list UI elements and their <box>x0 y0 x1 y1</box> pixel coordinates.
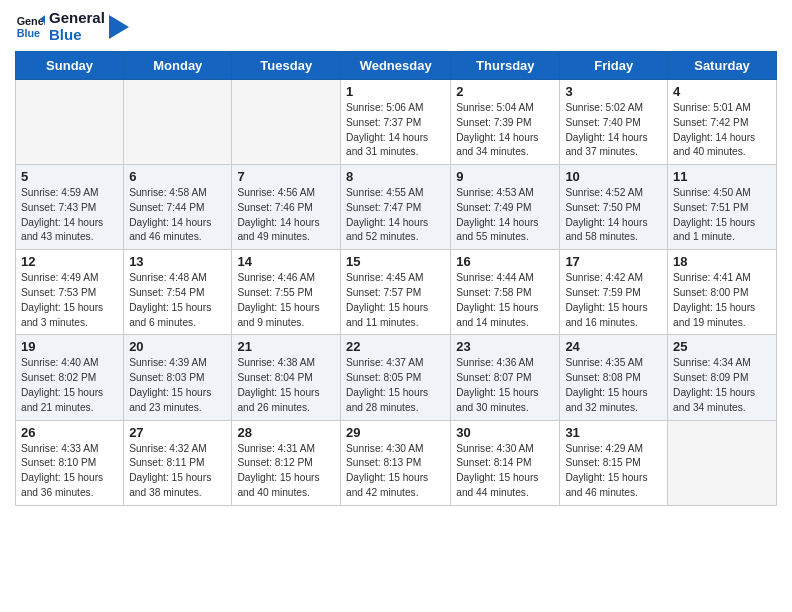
calendar-cell: 8Sunrise: 4:55 AM Sunset: 7:47 PM Daylig… <box>341 165 451 250</box>
calendar-cell: 29Sunrise: 4:30 AM Sunset: 8:13 PM Dayli… <box>341 420 451 505</box>
calendar-cell: 25Sunrise: 4:34 AM Sunset: 8:09 PM Dayli… <box>668 335 777 420</box>
day-number: 31 <box>565 425 662 440</box>
day-info: Sunrise: 4:56 AM Sunset: 7:46 PM Dayligh… <box>237 186 335 245</box>
logo-icon: General Blue <box>15 12 45 42</box>
day-number: 3 <box>565 84 662 99</box>
day-info: Sunrise: 4:50 AM Sunset: 7:51 PM Dayligh… <box>673 186 771 245</box>
calendar-cell <box>232 80 341 165</box>
day-number: 4 <box>673 84 771 99</box>
day-number: 15 <box>346 254 445 269</box>
calendar-week-row: 1Sunrise: 5:06 AM Sunset: 7:37 PM Daylig… <box>16 80 777 165</box>
calendar-cell: 15Sunrise: 4:45 AM Sunset: 7:57 PM Dayli… <box>341 250 451 335</box>
calendar-cell: 6Sunrise: 4:58 AM Sunset: 7:44 PM Daylig… <box>124 165 232 250</box>
day-number: 13 <box>129 254 226 269</box>
calendar-cell: 17Sunrise: 4:42 AM Sunset: 7:59 PM Dayli… <box>560 250 668 335</box>
day-info: Sunrise: 4:31 AM Sunset: 8:12 PM Dayligh… <box>237 442 335 501</box>
day-info: Sunrise: 4:53 AM Sunset: 7:49 PM Dayligh… <box>456 186 554 245</box>
day-info: Sunrise: 4:37 AM Sunset: 8:05 PM Dayligh… <box>346 356 445 415</box>
day-number: 30 <box>456 425 554 440</box>
calendar-cell: 19Sunrise: 4:40 AM Sunset: 8:02 PM Dayli… <box>16 335 124 420</box>
day-info: Sunrise: 4:44 AM Sunset: 7:58 PM Dayligh… <box>456 271 554 330</box>
calendar-cell: 31Sunrise: 4:29 AM Sunset: 8:15 PM Dayli… <box>560 420 668 505</box>
day-number: 21 <box>237 339 335 354</box>
day-info: Sunrise: 4:33 AM Sunset: 8:10 PM Dayligh… <box>21 442 118 501</box>
calendar-cell: 18Sunrise: 4:41 AM Sunset: 8:00 PM Dayli… <box>668 250 777 335</box>
calendar-cell: 22Sunrise: 4:37 AM Sunset: 8:05 PM Dayli… <box>341 335 451 420</box>
day-number: 12 <box>21 254 118 269</box>
calendar-cell <box>668 420 777 505</box>
calendar-cell: 26Sunrise: 4:33 AM Sunset: 8:10 PM Dayli… <box>16 420 124 505</box>
day-info: Sunrise: 4:35 AM Sunset: 8:08 PM Dayligh… <box>565 356 662 415</box>
day-number: 20 <box>129 339 226 354</box>
calendar-table: SundayMondayTuesdayWednesdayThursdayFrid… <box>15 51 777 506</box>
calendar-cell: 4Sunrise: 5:01 AM Sunset: 7:42 PM Daylig… <box>668 80 777 165</box>
day-number: 10 <box>565 169 662 184</box>
calendar-cell: 10Sunrise: 4:52 AM Sunset: 7:50 PM Dayli… <box>560 165 668 250</box>
day-info: Sunrise: 4:39 AM Sunset: 8:03 PM Dayligh… <box>129 356 226 415</box>
day-info: Sunrise: 4:52 AM Sunset: 7:50 PM Dayligh… <box>565 186 662 245</box>
day-info: Sunrise: 5:02 AM Sunset: 7:40 PM Dayligh… <box>565 101 662 160</box>
calendar-cell: 9Sunrise: 4:53 AM Sunset: 7:49 PM Daylig… <box>451 165 560 250</box>
day-info: Sunrise: 4:38 AM Sunset: 8:04 PM Dayligh… <box>237 356 335 415</box>
day-number: 7 <box>237 169 335 184</box>
page: General Blue General Blue SundayMondayTu… <box>0 0 792 612</box>
day-info: Sunrise: 4:42 AM Sunset: 7:59 PM Dayligh… <box>565 271 662 330</box>
day-info: Sunrise: 5:01 AM Sunset: 7:42 PM Dayligh… <box>673 101 771 160</box>
day-info: Sunrise: 4:40 AM Sunset: 8:02 PM Dayligh… <box>21 356 118 415</box>
day-info: Sunrise: 4:41 AM Sunset: 8:00 PM Dayligh… <box>673 271 771 330</box>
calendar-cell: 24Sunrise: 4:35 AM Sunset: 8:08 PM Dayli… <box>560 335 668 420</box>
day-number: 5 <box>21 169 118 184</box>
day-number: 1 <box>346 84 445 99</box>
day-info: Sunrise: 5:04 AM Sunset: 7:39 PM Dayligh… <box>456 101 554 160</box>
day-number: 25 <box>673 339 771 354</box>
day-number: 8 <box>346 169 445 184</box>
calendar-week-row: 26Sunrise: 4:33 AM Sunset: 8:10 PM Dayli… <box>16 420 777 505</box>
svg-text:Blue: Blue <box>17 27 40 39</box>
calendar-cell: 7Sunrise: 4:56 AM Sunset: 7:46 PM Daylig… <box>232 165 341 250</box>
day-info: Sunrise: 4:45 AM Sunset: 7:57 PM Dayligh… <box>346 271 445 330</box>
calendar-day-header: Saturday <box>668 52 777 80</box>
calendar-cell: 5Sunrise: 4:59 AM Sunset: 7:43 PM Daylig… <box>16 165 124 250</box>
day-number: 22 <box>346 339 445 354</box>
logo-text: General <box>49 10 105 27</box>
day-number: 9 <box>456 169 554 184</box>
day-number: 17 <box>565 254 662 269</box>
day-info: Sunrise: 5:06 AM Sunset: 7:37 PM Dayligh… <box>346 101 445 160</box>
day-info: Sunrise: 4:30 AM Sunset: 8:14 PM Dayligh… <box>456 442 554 501</box>
day-number: 6 <box>129 169 226 184</box>
day-number: 14 <box>237 254 335 269</box>
day-info: Sunrise: 4:30 AM Sunset: 8:13 PM Dayligh… <box>346 442 445 501</box>
calendar-week-row: 5Sunrise: 4:59 AM Sunset: 7:43 PM Daylig… <box>16 165 777 250</box>
calendar-cell: 12Sunrise: 4:49 AM Sunset: 7:53 PM Dayli… <box>16 250 124 335</box>
calendar-cell: 16Sunrise: 4:44 AM Sunset: 7:58 PM Dayli… <box>451 250 560 335</box>
calendar-day-header: Wednesday <box>341 52 451 80</box>
svg-marker-3 <box>109 15 129 39</box>
calendar-cell: 23Sunrise: 4:36 AM Sunset: 8:07 PM Dayli… <box>451 335 560 420</box>
day-info: Sunrise: 4:48 AM Sunset: 7:54 PM Dayligh… <box>129 271 226 330</box>
calendar-cell: 14Sunrise: 4:46 AM Sunset: 7:55 PM Dayli… <box>232 250 341 335</box>
calendar-day-header: Friday <box>560 52 668 80</box>
day-info: Sunrise: 4:58 AM Sunset: 7:44 PM Dayligh… <box>129 186 226 245</box>
day-info: Sunrise: 4:49 AM Sunset: 7:53 PM Dayligh… <box>21 271 118 330</box>
day-info: Sunrise: 4:34 AM Sunset: 8:09 PM Dayligh… <box>673 356 771 415</box>
logo-arrow-icon <box>109 15 129 39</box>
day-info: Sunrise: 4:55 AM Sunset: 7:47 PM Dayligh… <box>346 186 445 245</box>
day-number: 23 <box>456 339 554 354</box>
day-info: Sunrise: 4:36 AM Sunset: 8:07 PM Dayligh… <box>456 356 554 415</box>
calendar-cell: 28Sunrise: 4:31 AM Sunset: 8:12 PM Dayli… <box>232 420 341 505</box>
day-number: 24 <box>565 339 662 354</box>
day-info: Sunrise: 4:46 AM Sunset: 7:55 PM Dayligh… <box>237 271 335 330</box>
day-number: 11 <box>673 169 771 184</box>
calendar-day-header: Thursday <box>451 52 560 80</box>
day-info: Sunrise: 4:59 AM Sunset: 7:43 PM Dayligh… <box>21 186 118 245</box>
day-number: 19 <box>21 339 118 354</box>
day-number: 27 <box>129 425 226 440</box>
calendar-cell <box>124 80 232 165</box>
calendar-cell: 20Sunrise: 4:39 AM Sunset: 8:03 PM Dayli… <box>124 335 232 420</box>
day-info: Sunrise: 4:29 AM Sunset: 8:15 PM Dayligh… <box>565 442 662 501</box>
calendar-cell: 2Sunrise: 5:04 AM Sunset: 7:39 PM Daylig… <box>451 80 560 165</box>
day-number: 29 <box>346 425 445 440</box>
calendar-day-header: Tuesday <box>232 52 341 80</box>
day-number: 16 <box>456 254 554 269</box>
header: General Blue General Blue <box>15 10 777 43</box>
